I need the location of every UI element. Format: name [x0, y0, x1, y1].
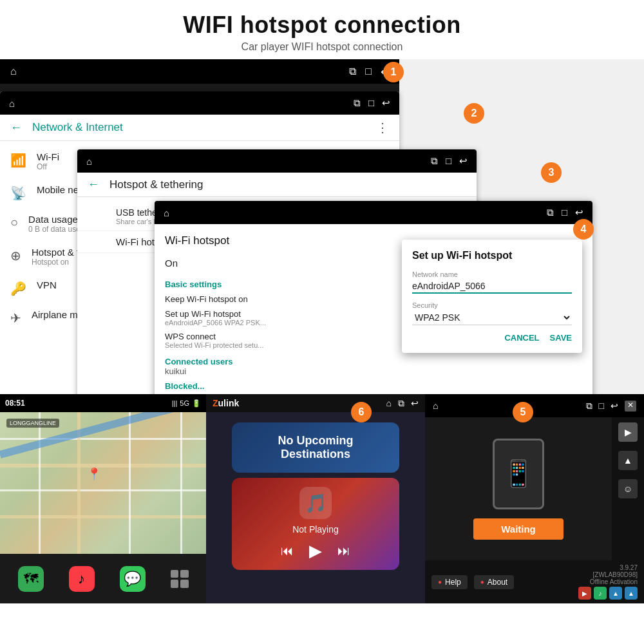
music-icon: 🎵 — [299, 487, 332, 519]
version-area: 3.9.27[ZWLAB90D98]Offline Activation ▶ ♪… — [578, 564, 638, 600]
help-label: Help — [445, 578, 461, 587]
home-icon-3: ⌂ — [86, 156, 92, 167]
sidebar-icon-1[interactable]: ▶ — [618, 422, 638, 442]
carplay-content-bar: Zulink ⌂ ⧉ ↩ — [206, 394, 425, 412]
data-usage-icon: ○ — [10, 215, 18, 230]
square-icon: □ — [365, 66, 372, 78]
help-button[interactable]: ● Help — [431, 575, 468, 589]
step-badge-4: 4 — [573, 219, 594, 240]
nav-back-icon[interactable]: ↩ — [411, 398, 419, 409]
recent-apps-icon: ⧉ — [349, 66, 356, 78]
carplay-dock: 🗺 ♪ 💬 — [0, 554, 206, 603]
zulink-bottom: ● Help ● About 3.9.27[ZWLAB90D98]Offline… — [425, 560, 644, 603]
version-text: 3.9.27[ZWLAB90D98]Offline Activation — [578, 564, 638, 585]
recent-icon-3: ⧉ — [431, 155, 438, 167]
location-pin: 📍 — [87, 467, 101, 481]
back-arrow-hotspot[interactable]: ← — [88, 178, 99, 191]
logo-green: ♪ — [594, 587, 607, 600]
step-badge-5: 5 — [513, 402, 533, 422]
wps-label: WPS connect — [165, 332, 263, 341]
carplay-nav-icons: ⌂ ⧉ ↩ — [386, 398, 419, 409]
blocked-label: Blocked... — [165, 381, 582, 391]
security-label: Security — [412, 301, 572, 309]
next-button[interactable]: ⏭ — [337, 544, 350, 558]
page-header: WIFI hotspot connection Car player WIFI … — [0, 0, 644, 59]
mobile-icon: 📡 — [10, 185, 26, 201]
waiting-button[interactable]: Waiting — [473, 518, 564, 540]
dialog-actions: CANCEL SAVE — [412, 333, 572, 343]
user1: kuikui — [165, 366, 582, 376]
help-icon: ● — [438, 578, 442, 585]
wh-on-label: On — [165, 258, 178, 269]
about-label: About — [488, 578, 507, 587]
step-badge-3: 3 — [541, 162, 562, 183]
play-button[interactable]: ▶ — [309, 541, 322, 561]
logo-nav1: ▲ — [609, 587, 622, 600]
music-text: Not Playing — [292, 524, 339, 535]
network-type: 5G — [180, 399, 189, 407]
step-badge-1: 1 — [383, 62, 404, 82]
home-icon-5: ⌂ — [433, 401, 438, 411]
back-icon-2: ↩ — [382, 97, 390, 109]
apps-grid-icon[interactable] — [171, 570, 189, 588]
signal-bars: ||| — [172, 399, 178, 407]
battery-icon: 🔋 — [192, 399, 201, 408]
wifi-label: Wi-Fi — [37, 151, 59, 162]
security-select[interactable]: WPA2 PSK — [412, 310, 572, 325]
back-icon-3: ↩ — [459, 155, 468, 167]
dialog-title: Set up Wi-Fi hotspot — [412, 250, 572, 261]
maps-app-icon[interactable]: 🗺 — [18, 566, 44, 592]
wifi-hotspot-content: Wi-Fi hotspot On Basic settings Keep Wi-… — [155, 224, 592, 397]
network-name-input[interactable] — [412, 279, 572, 294]
recent-icon-5: ⧉ — [586, 401, 592, 412]
wifi-setup-dialog: Set up Wi-Fi hotspot Network name Securi… — [402, 240, 582, 353]
airplane-icon: ✈ — [10, 310, 21, 326]
hotspot-tether-title: Hotspot & tethering — [109, 178, 204, 191]
sidebar-icon-up[interactable]: ▲ — [618, 451, 638, 470]
logo-red: ▶ — [578, 587, 591, 600]
nav-recent-icon[interactable]: ⧉ — [398, 398, 404, 409]
about-button[interactable]: ● About — [474, 575, 514, 589]
network-menu[interactable]: ⋮ — [376, 120, 389, 135]
page-title: WIFI hotspot connection — [13, 12, 631, 39]
wifi-icon: 📶 — [10, 153, 26, 168]
security-field: Security WPA2 PSK — [412, 301, 572, 325]
messages-app-icon[interactable]: 💬 — [120, 566, 146, 592]
home-icon-2: ⌂ — [9, 98, 15, 109]
step-badge-2: 2 — [464, 103, 484, 124]
phone-placeholder-icon: 📱 — [493, 439, 544, 509]
music-app-icon[interactable]: ♪ — [69, 566, 95, 592]
zulink-right-panel: ⌂ ⧉ □ ↩ ✕ 📱 Waiting ▶ ▲ ☺ — [425, 394, 644, 603]
square-icon-5: □ — [599, 401, 604, 412]
square-icon-4: □ — [562, 207, 567, 218]
square-icon-2: □ — [368, 97, 374, 109]
back-icon-5: ↩ — [611, 401, 618, 412]
cancel-button[interactable]: CANCEL — [504, 333, 539, 343]
back-arrow-network[interactable]: ← — [10, 121, 22, 135]
music-card: 🎵 Not Playing ⏮ ▶ ⏭ — [232, 478, 399, 570]
media-controls: ⏮ ▶ ⏭ — [281, 541, 350, 561]
zulink-sidebar: ▶ ▲ ☺ — [612, 417, 644, 560]
step-badge-6: 6 — [351, 402, 372, 422]
prev-button[interactable]: ⏮ — [281, 544, 294, 558]
save-button[interactable]: SAVE — [550, 333, 572, 343]
zulink-panel-content: 📱 Waiting ▶ ▲ ☺ — [425, 417, 644, 560]
connected-users-label: Connected users — [165, 357, 582, 366]
wifi-sub: Off — [37, 162, 59, 171]
nav-home-icon[interactable]: ⌂ — [386, 398, 392, 409]
close-icon[interactable]: ✕ — [625, 401, 636, 412]
vpn-label: VPN — [37, 279, 57, 290]
carplay-status-bar: 08:51 ||| 5G 🔋 — [0, 394, 206, 412]
carplay-time: 08:51 — [5, 399, 25, 408]
network-name-field: Network name — [412, 270, 572, 294]
sidebar-icon-smiley[interactable]: ☺ — [618, 479, 638, 498]
map-label: LONGGANGLINE — [6, 419, 59, 428]
data-usage-sub: 0 B of data used — [28, 225, 84, 234]
zulink-panel-bar: ⌂ ⧉ □ ↩ ✕ — [425, 394, 644, 417]
carplay-status-icons: ||| 5G 🔋 — [172, 399, 201, 408]
page-subtitle: Car player WIFI hotspot connection — [13, 41, 631, 53]
recent-icon-4: ⧉ — [547, 207, 554, 218]
carplay-map: 📍 LONGGANGLINE — [0, 412, 206, 554]
back-icon-4: ↩ — [575, 207, 583, 218]
network-name-label: Network name — [412, 270, 572, 278]
